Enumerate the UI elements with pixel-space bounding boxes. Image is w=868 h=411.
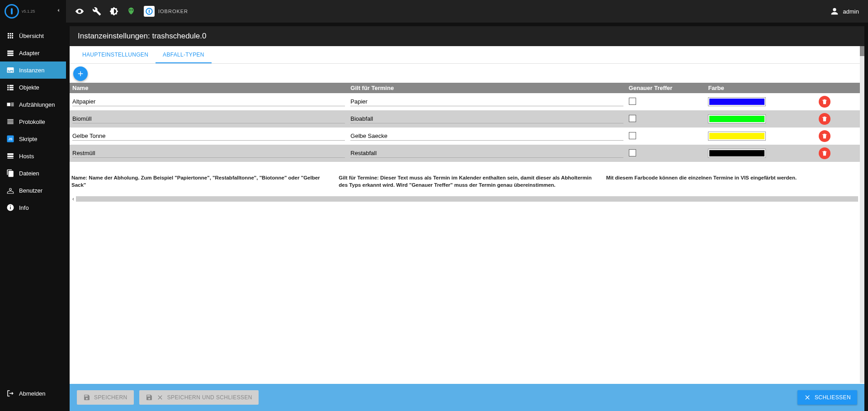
help-name: Name: Name der Abholung. Zum Beispiel "P… bbox=[71, 175, 328, 189]
trash-types-table: Name Gilt für Termine Genauer Treffer Fa… bbox=[70, 83, 864, 162]
nav-item-hosts[interactable]: Hosts bbox=[0, 147, 66, 165]
tab-trash-types[interactable]: ABFALL-TYPEN bbox=[156, 46, 212, 63]
name-input[interactable] bbox=[72, 114, 345, 123]
file-copy-icon bbox=[6, 169, 14, 177]
close-icon bbox=[804, 394, 811, 401]
add-row-button[interactable] bbox=[73, 66, 88, 81]
person-outline-icon bbox=[6, 186, 14, 194]
nav-item-logs[interactable]: Protokolle bbox=[0, 113, 66, 130]
subtitles-icon bbox=[6, 66, 14, 74]
help-texts: Name: Name der Abholung. Zum Beispiel "P… bbox=[70, 162, 864, 194]
nav-label: Aufzählungen bbox=[19, 101, 55, 108]
color-picker[interactable] bbox=[708, 114, 766, 123]
nav-item-users[interactable]: Benutzer bbox=[0, 182, 66, 199]
iobroker-logo[interactable]: IOBROKER bbox=[144, 6, 188, 17]
nav-label: Instanzen bbox=[19, 67, 44, 74]
visibility-icon[interactable] bbox=[75, 7, 84, 16]
sidebar-header: v5.1.25 bbox=[0, 0, 66, 23]
close-button[interactable]: SCHLIESSEN bbox=[797, 390, 857, 405]
delete-row-button[interactable] bbox=[819, 147, 830, 159]
save-close-button[interactable]: SPEICHERN UND SCHLIESSEN bbox=[139, 390, 259, 405]
name-input[interactable] bbox=[72, 149, 345, 158]
nav-label: Adapter bbox=[19, 50, 40, 57]
exact-checkbox[interactable] bbox=[629, 149, 636, 156]
close-icon bbox=[156, 394, 164, 401]
plus-icon bbox=[76, 70, 85, 78]
sidebar: v5.1.25 Übersicht Adapter Instanzen Obje… bbox=[0, 0, 66, 411]
name-input[interactable] bbox=[72, 132, 345, 141]
table-row bbox=[70, 93, 864, 110]
help-color: Mit diesem Farbcode können die einzelnen… bbox=[606, 175, 863, 189]
match-input[interactable] bbox=[350, 97, 623, 106]
person-icon bbox=[830, 6, 840, 16]
nav-item-info[interactable]: Info bbox=[0, 199, 66, 216]
build-icon[interactable] bbox=[92, 7, 101, 16]
th-match: Gilt für Termine bbox=[348, 83, 626, 93]
table-row bbox=[70, 110, 864, 128]
nav-item-overview[interactable]: Übersicht bbox=[0, 27, 66, 44]
panel-body: HAUPTEINSTELLUNGEN ABFALL-TYPEN Name Gil… bbox=[70, 46, 864, 411]
nav-label: Skripte bbox=[19, 136, 37, 142]
delete-row-button[interactable] bbox=[819, 113, 830, 125]
exact-checkbox[interactable] bbox=[629, 132, 636, 139]
apps-icon bbox=[6, 32, 14, 40]
name-input[interactable] bbox=[72, 97, 345, 106]
nav-label: Protokolle bbox=[19, 118, 45, 125]
scroll-thumb[interactable] bbox=[860, 46, 864, 56]
exact-checkbox[interactable] bbox=[629, 115, 636, 122]
delete-row-button[interactable] bbox=[819, 130, 830, 142]
nav-label: Abmelden bbox=[19, 390, 46, 397]
exact-checkbox[interactable] bbox=[629, 98, 636, 105]
js-icon: JS bbox=[6, 135, 14, 143]
nav-item-logout[interactable]: Abmelden bbox=[0, 385, 66, 402]
logo-icon bbox=[5, 4, 19, 19]
storage-icon bbox=[6, 152, 14, 160]
trash-icon bbox=[821, 99, 828, 105]
delete-row-button[interactable] bbox=[819, 96, 830, 108]
match-input[interactable] bbox=[350, 132, 623, 141]
nav-item-enums[interactable]: Aufzählungen bbox=[0, 96, 66, 113]
logout-icon bbox=[6, 389, 14, 397]
match-input[interactable] bbox=[350, 149, 623, 158]
th-actions bbox=[785, 83, 864, 93]
version-label: v5.1.25 bbox=[22, 9, 55, 14]
topbar: IOBROKER admin bbox=[66, 0, 868, 23]
nav-label: Dateien bbox=[19, 170, 39, 177]
panel-title: Instanzeinstellungen: trashschedule.0 bbox=[70, 26, 864, 46]
th-color: Farbe bbox=[705, 83, 785, 93]
nav-item-objects[interactable]: Objekte bbox=[0, 79, 66, 96]
table-row bbox=[70, 145, 864, 162]
scroll-left-icon[interactable]: ‹ bbox=[71, 196, 76, 202]
user-menu[interactable]: admin bbox=[830, 6, 859, 16]
match-input[interactable] bbox=[350, 114, 623, 123]
nav-label: Benutzer bbox=[19, 187, 42, 194]
nav-item-instances[interactable]: Instanzen bbox=[0, 61, 66, 79]
alien-icon[interactable] bbox=[127, 7, 136, 16]
horizontal-scrollbar[interactable]: ‹ › bbox=[71, 196, 863, 202]
tab-main-settings[interactable]: HAUPTEINSTELLUNGEN bbox=[75, 46, 156, 63]
trash-icon bbox=[821, 133, 828, 139]
color-picker[interactable] bbox=[708, 132, 766, 141]
vertical-scrollbar[interactable] bbox=[860, 46, 864, 383]
nav-label: Info bbox=[19, 204, 29, 211]
trash-icon bbox=[821, 150, 828, 156]
svg-rect-4 bbox=[10, 206, 11, 207]
svg-text:JS: JS bbox=[8, 137, 12, 141]
table-row bbox=[70, 128, 864, 145]
th-name: Name bbox=[70, 83, 348, 93]
brightness-icon[interactable] bbox=[109, 7, 118, 16]
nav-item-files[interactable]: Dateien bbox=[0, 165, 66, 182]
color-picker[interactable] bbox=[708, 97, 766, 106]
scroll-track[interactable] bbox=[76, 196, 858, 202]
help-match: Gilt für Termine: Dieser Text muss als T… bbox=[339, 175, 595, 189]
art-track-icon bbox=[6, 100, 14, 109]
svg-rect-3 bbox=[10, 207, 11, 209]
nav-label: Hosts bbox=[19, 153, 34, 160]
save-icon bbox=[83, 394, 90, 401]
brand-label: IOBROKER bbox=[158, 9, 188, 14]
save-button[interactable]: SPEICHERN bbox=[77, 390, 134, 405]
color-picker[interactable] bbox=[708, 149, 766, 158]
nav-item-adapter[interactable]: Adapter bbox=[0, 44, 66, 61]
nav-item-scripts[interactable]: JS Skripte bbox=[0, 130, 66, 147]
sidebar-collapse-icon[interactable] bbox=[55, 7, 61, 15]
